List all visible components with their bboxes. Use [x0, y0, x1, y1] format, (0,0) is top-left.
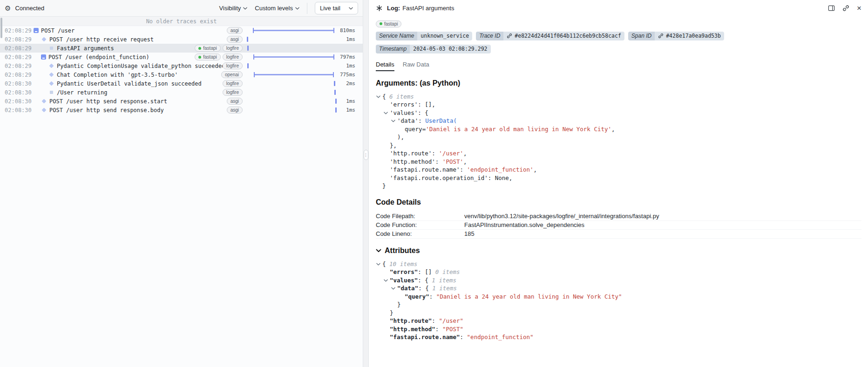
tag-row: Timestamp2024-05-03 02:08:29.292 [376, 45, 861, 53]
custom-levels-label: Custom levels [255, 5, 293, 12]
topbar-controls: Visibility Custom levels Live tail [219, 2, 358, 14]
tree-line: 'data': UserData( [376, 117, 861, 125]
span-diamond-icon [41, 36, 47, 42]
tree-line: "errors": [] 0 items [376, 268, 861, 276]
tree-segment: 'fastapi.route.name': [390, 166, 467, 173]
tree-segment: : { [418, 285, 432, 292]
resize-grip-icon[interactable]: ⋮ [364, 150, 368, 160]
duration-bar-area [246, 61, 337, 70]
duration-bar-area [246, 26, 337, 35]
trace-row[interactable]: 02:08:29FastAPI argumentsfastapilogfire [0, 44, 363, 53]
tree-segment: }, [390, 142, 397, 149]
panel-resize-divider[interactable]: ⋮ [363, 0, 369, 367]
tree-segment: { [382, 260, 389, 267]
close-icon[interactable]: × [857, 4, 861, 12]
tree-line: ), [376, 133, 861, 141]
trace-row-timestamp: 02:08:29 [5, 45, 34, 52]
tree-line: "http.method": "POST" [376, 325, 861, 334]
trace-row-timestamp: 02:08:30 [5, 98, 34, 105]
copy-link-icon[interactable] [842, 5, 849, 12]
trace-row-timestamp: 02:08:29 [5, 54, 34, 60]
duration-bar-area [246, 79, 337, 88]
badge-logfire: logfire [223, 62, 243, 69]
row-indent [34, 92, 48, 93]
trace-row[interactable]: 02:08:29Chat Completion with 'gpt-3.5-tu… [0, 70, 363, 79]
collapse-toggle-icon[interactable] [41, 54, 46, 60]
detail-badge-row: fastapi [369, 16, 868, 27]
tree-caret-icon[interactable] [384, 276, 390, 285]
tag-label: Trace ID [476, 32, 503, 40]
code-detail-label: Code Lineno: [376, 230, 464, 237]
badge-logfire: logfire [223, 53, 243, 60]
code-detail-row: Code Function:FastAPIInstrumentation.sol… [376, 221, 861, 230]
tag-label: Service Name [376, 32, 417, 40]
tree-segment: 'fastapi.route.operation_id': None, [390, 174, 512, 181]
tree-caret-icon[interactable] [376, 260, 382, 268]
trace-row[interactable]: 02:08:30POST /user http send response.st… [0, 97, 363, 106]
tag-chip-span-id[interactable]: Span ID#428e17a0ea9ad53b [628, 32, 724, 40]
trace-row[interactable]: 02:08:29POST /user http receive requesta… [0, 35, 363, 44]
duration-label: 1ms [337, 36, 363, 42]
green-dot-icon [198, 56, 201, 59]
visibility-label: Visibility [219, 5, 241, 12]
trace-row-timestamp: 02:08:30 [5, 89, 34, 96]
tree-line: 'http.method': 'POST', [376, 158, 861, 166]
trace-row[interactable]: 02:08:30/User returninglogfire [0, 88, 363, 97]
tree-segment: "fastapi.route.name" [390, 334, 460, 340]
badge-openai: openai [221, 71, 243, 78]
code-detail-label: Code Function: [376, 221, 464, 228]
row-indent [34, 48, 48, 48]
tree-line: 'http.route': '/user', [376, 149, 861, 158]
trace-row[interactable]: 02:08:29POST /user (endpoint_function)fa… [0, 53, 363, 61]
trace-row[interactable]: 02:08:30POST /user http send response.bo… [0, 106, 363, 114]
tree-caret-icon[interactable] [376, 93, 382, 101]
row-badges: logfire [223, 62, 246, 69]
visibility-dropdown[interactable]: Visibility [219, 5, 248, 12]
span-name: Pydantic UserDetail validate_json succee… [57, 80, 202, 87]
attributes-collapse-icon[interactable] [376, 249, 381, 253]
tree-line: } [376, 182, 861, 190]
row-indent [34, 110, 41, 110]
dock-panel-icon[interactable] [828, 5, 835, 12]
tree-segment: , [611, 126, 615, 133]
trace-row[interactable]: 02:08:29POST /userasgi810ms [0, 26, 363, 35]
trace-row-timestamp: 02:08:29 [5, 63, 34, 69]
chevron-down-icon [349, 7, 353, 10]
duration-label: 810ms [337, 27, 363, 33]
duration-bar-area [246, 88, 337, 97]
tree-segment: '/user' [439, 150, 463, 157]
duration-tick [334, 90, 336, 95]
span-name: POST /user http receive request [49, 36, 154, 43]
duration-bar [253, 28, 335, 33]
custom-levels-dropdown[interactable]: Custom levels [255, 5, 299, 12]
tree-segment: , [534, 166, 537, 173]
left-scrollbar-thumb[interactable] [0, 18, 2, 38]
tag-chip-timestamp: Timestamp2024-05-03 02:08:29.292 [376, 45, 491, 53]
tree-caret-icon[interactable] [384, 109, 390, 117]
tab-details[interactable]: Details [376, 61, 394, 71]
settings-gear-icon[interactable]: ⚙ [5, 5, 11, 12]
trace-row[interactable]: 02:08:29Pydantic CompletionUsage validat… [0, 61, 363, 70]
tag-chip-trace-id[interactable]: Trace ID#e8224d24d41f064b112c6eb9cb58cac… [476, 32, 624, 40]
tab-raw-data[interactable]: Raw Data [403, 61, 429, 71]
span-name: POST /user http send response.body [49, 107, 164, 113]
tree-segment: 'errors': [], [390, 101, 435, 108]
trace-row[interactable]: 02:08:30Pydantic UserDetail validate_jso… [0, 79, 363, 88]
collapse-toggle-icon[interactable] [34, 28, 39, 33]
tree-caret-icon[interactable] [391, 117, 397, 125]
tree-segment: : [] [418, 268, 435, 275]
tree-segment: 6 items [389, 93, 414, 100]
row-indent [34, 101, 41, 101]
trace-row-timestamp: 02:08:29 [5, 36, 34, 43]
tree-caret-icon[interactable] [391, 284, 397, 293]
live-tail-select[interactable]: Live tail [315, 2, 358, 14]
tag-chip-service-name: Service Nameunknown_service [376, 32, 472, 40]
tree-line: }, [376, 141, 861, 150]
row-badges: openai [221, 71, 246, 78]
code-detail-label: Code Filepath: [376, 213, 464, 220]
trace-row-timestamp: 02:08:30 [5, 80, 34, 87]
tree-segment: "errors" [390, 268, 418, 275]
detail-title: Log:FastAPI arguments [387, 5, 454, 12]
tree-segment: "POST" [442, 326, 463, 333]
tree-line: 'values': { [376, 109, 861, 117]
